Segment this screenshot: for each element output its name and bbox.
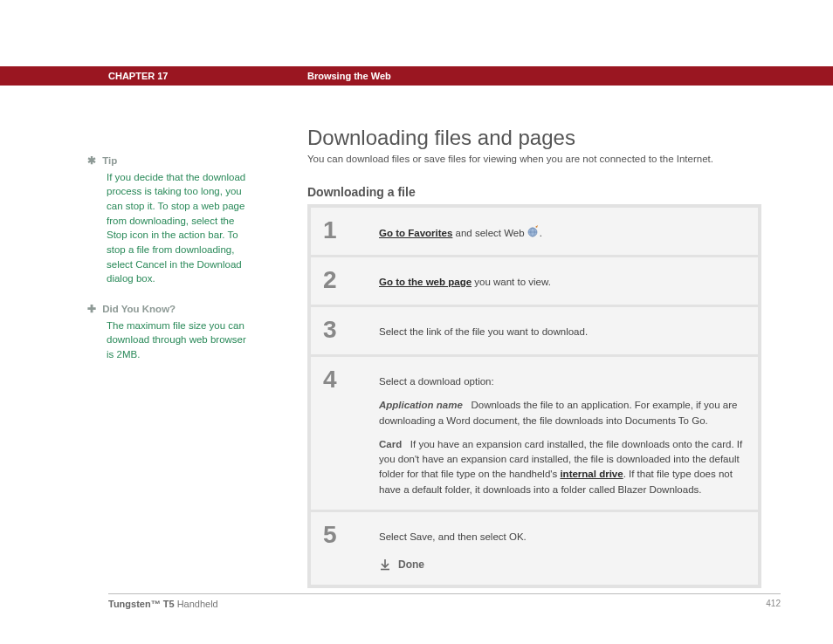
step-number: 5 bbox=[323, 521, 379, 547]
step-1: 1 Go to Favorites and select Web . bbox=[311, 208, 758, 255]
option-label-application: Application name bbox=[379, 400, 463, 410]
step-number: 3 bbox=[323, 316, 379, 342]
step-4: 4 Select a download option: Application … bbox=[311, 357, 758, 510]
step-body: Go to Favorites and select Web . bbox=[379, 216, 746, 242]
webpage-link[interactable]: Go to the web page bbox=[379, 277, 472, 287]
plus-icon: ✚ bbox=[87, 302, 100, 317]
footer-page-number: 412 bbox=[766, 599, 781, 608]
option-label-card: Card bbox=[379, 439, 402, 449]
done-label: Done bbox=[398, 557, 424, 572]
footer-rule bbox=[108, 593, 781, 594]
step-5: 5 Select Save, and then select OK. Done bbox=[311, 512, 758, 585]
down-arrow-icon bbox=[379, 558, 391, 571]
step-text-end: . bbox=[540, 228, 542, 238]
step-body: Select a download option: Application na… bbox=[379, 366, 746, 497]
step-body: Select the link of the file you want to … bbox=[379, 316, 746, 339]
done-indicator: Done bbox=[379, 557, 746, 572]
sidebar: ✱ Tip If you decide that the download pr… bbox=[87, 154, 253, 378]
did-you-know-block: ✚ Did You Know? The maximum file size yo… bbox=[87, 302, 253, 362]
step-number: 2 bbox=[323, 266, 379, 292]
step-body: Select Save, and then select OK. Done bbox=[379, 521, 746, 572]
chapter-title: Browsing the Web bbox=[307, 71, 391, 81]
page-title: Downloading files and pages bbox=[307, 126, 575, 150]
footer-product-bold: Tungsten™ T5 bbox=[108, 599, 175, 609]
tip-block: ✱ Tip If you decide that the download pr… bbox=[87, 154, 253, 286]
tip-label: Tip bbox=[102, 155, 117, 166]
favorites-link[interactable]: Go to Favorites bbox=[379, 228, 452, 238]
internal-drive-link[interactable]: internal drive bbox=[560, 469, 623, 479]
footer-product: Tungsten™ T5 Handheld bbox=[108, 599, 218, 609]
step-text: and select Web bbox=[452, 228, 527, 238]
step-number: 4 bbox=[323, 366, 379, 392]
did-you-know-label: Did You Know? bbox=[102, 304, 176, 314]
step-body: Go to the web page you want to view. bbox=[379, 266, 746, 290]
step-3: 3 Select the link of the file you want t… bbox=[311, 307, 758, 354]
step-text: you want to view. bbox=[472, 277, 551, 287]
page-intro: You can download files or save files for… bbox=[307, 154, 713, 164]
asterisk-icon: ✱ bbox=[87, 154, 100, 168]
web-icon bbox=[527, 225, 540, 242]
section-subtitle: Downloading a file bbox=[307, 185, 416, 199]
step-text: Select Save, and then select OK. bbox=[379, 530, 746, 545]
footer-product-rest: Handheld bbox=[175, 599, 218, 609]
steps-container: 1 Go to Favorites and select Web . 2 Go … bbox=[307, 204, 761, 588]
step-number: 1 bbox=[323, 216, 379, 243]
step-2: 2 Go to the web page you want to view. bbox=[311, 257, 758, 305]
tip-body: If you decide that the download process … bbox=[107, 170, 253, 286]
did-you-know-body: The maximum file size you can download t… bbox=[107, 319, 253, 362]
step-lead: Select a download option: bbox=[379, 374, 746, 389]
step-text: Select the link of the file you want to … bbox=[379, 325, 746, 339]
chapter-label: CHAPTER 17 bbox=[108, 71, 168, 81]
chapter-header: CHAPTER 17 Browsing the Web bbox=[0, 66, 833, 86]
